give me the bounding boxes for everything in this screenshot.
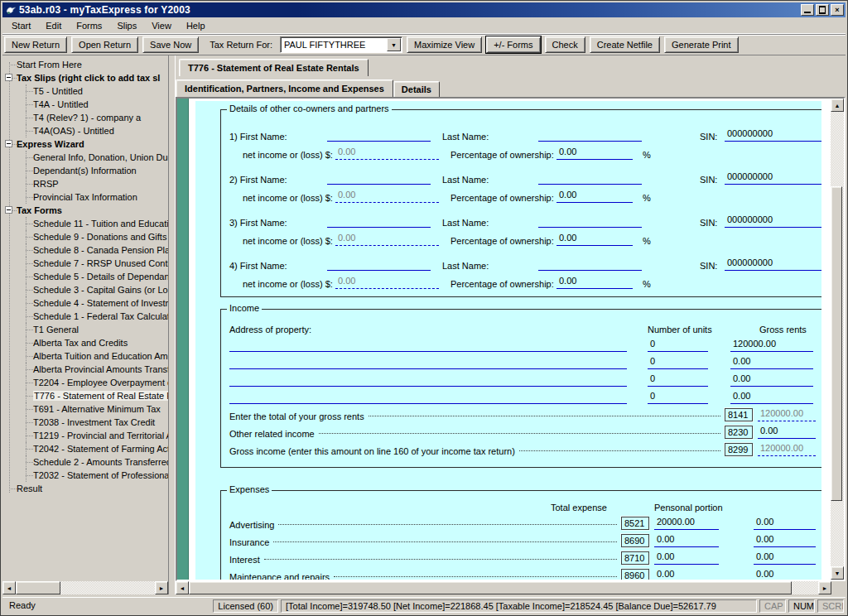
address-input-2[interactable] [229,356,627,369]
tree-item-schedule7[interactable]: Schedule 7 - RRSP Unused Contribu [2,257,168,270]
plus-minus-forms-button[interactable]: +/- Forms [486,36,540,53]
units-input-4[interactable]: 0 [648,391,708,404]
collapse-icon[interactable] [5,140,12,147]
tree-item-t691[interactable]: T691 - Alternative Minimum Tax [2,402,168,416]
tree-item-schedule11[interactable]: Schedule 11 - Tuition and Education [2,217,168,230]
maximize-view-button[interactable]: Maximize View [407,36,482,53]
coowner-2-first-name-input[interactable] [327,171,431,185]
coowner-4-sin-input[interactable]: 000000000 [725,257,822,271]
menu-help[interactable]: Help [179,19,213,32]
menu-forms[interactable]: Forms [69,19,109,32]
other-related-income-input[interactable]: 0.00 [758,426,816,439]
address-input-1[interactable] [229,339,627,352]
coowner-3-ownership-input[interactable]: 0.00 [556,233,633,246]
coowner-4-last-name-input[interactable] [538,257,642,271]
tree-item-schedule5[interactable]: Schedule 5 - Details of Dependant [2,270,168,283]
panel-splitter[interactable] [168,55,176,594]
scroll-left-icon[interactable]: ◄ [2,581,16,594]
tree-item-t4-relev[interactable]: T4 (Relev? 1) - company a [2,111,168,124]
units-input-2[interactable]: 0 [648,356,708,369]
coowner-2-ownership-input[interactable]: 0.00 [556,190,633,203]
interest-total-input[interactable]: 0.00 [654,551,719,565]
coowner-1-ownership-input[interactable]: 0.00 [556,147,633,160]
gross-rents-input-3[interactable]: 0.00 [730,373,813,387]
tree-item-t2032[interactable]: T2032 - Statement of Professional [2,469,168,482]
collapse-icon[interactable] [5,74,12,81]
coowner-3-last-name-input[interactable] [538,214,642,228]
tree-item-t1-general[interactable]: T1 General [2,323,168,336]
coowner-4-first-name-input[interactable] [327,257,431,271]
tree-item-t4a[interactable]: T4A - Untitled [2,98,168,111]
insurance-total-input[interactable]: 0.00 [654,534,719,547]
tree-scrollbar-thumb[interactable] [16,581,60,594]
tree-item-dependants[interactable]: Dependant(s) Information [2,164,168,177]
tree-item-t1219[interactable]: T1219 - Provincial and Territorial Al [2,429,168,442]
tree-item-t2042[interactable]: T2042 - Statement of Farming Activ [2,442,168,455]
tree-item-schedule3[interactable]: Schedule 3 - Capital Gains (or Losse [2,283,168,296]
tree-item-tax-slips[interactable]: Tax Slips (right click to add tax sl [2,71,168,84]
scroll-left-icon[interactable]: ◄ [176,581,189,594]
tree-item-tax-forms[interactable]: Tax Forms [2,204,168,217]
insurance-personal-input[interactable]: 0.00 [754,534,816,547]
tree-item-t5[interactable]: T5 - Untitled [2,84,168,98]
tree-item-alberta-tax[interactable]: Alberta Tax and Credits [2,336,168,349]
menu-start[interactable]: Start [4,19,38,32]
chevron-down-icon[interactable]: ▼ [387,38,401,51]
interest-personal-input[interactable]: 0.00 [754,551,816,565]
generate-print-button[interactable]: Generate Print [664,36,739,53]
gross-rents-input-1[interactable]: 120000.00 [730,339,813,352]
tree-item-rrsp[interactable]: RRSP [2,177,168,190]
address-input-3[interactable] [229,373,627,387]
tab-t776[interactable]: T776 - Statement of Real Estate Rentals [179,59,369,76]
tree-item-schedule9[interactable]: Schedule 9 - Donations and Gifts [2,230,168,243]
form-hscrollbar-thumb[interactable] [189,581,792,594]
tree-item-t776[interactable]: T776 - Statement of Real Estate Re [2,389,168,402]
coowner-1-first-name-input[interactable] [327,128,431,142]
tree-item-t2038[interactable]: T2038 - Investment Tax Credit [2,416,168,429]
menu-view[interactable]: View [144,19,179,32]
address-input-4[interactable] [229,391,627,404]
tree-item-provincial-tax[interactable]: Provincial Tax Information [2,190,168,204]
tree-scrollbar-track[interactable] [60,581,155,594]
menu-edit[interactable]: Edit [38,19,69,32]
open-return-button[interactable]: Open Return [71,36,138,53]
units-input-3[interactable]: 0 [648,373,708,387]
coowner-2-sin-input[interactable]: 000000000 [725,171,822,185]
minimize-button[interactable] [801,4,814,16]
scroll-right-icon[interactable]: ► [818,581,831,594]
tree-item-t2204[interactable]: T2204 - Employee Overpayment of [2,376,168,389]
tree-item-general-info[interactable]: General Info, Donation, Union Due [2,151,168,164]
save-now-button[interactable]: Save Now [142,36,199,53]
units-input-1[interactable]: 0 [648,339,708,352]
tree-item-alberta-provincial[interactable]: Alberta Provincial Amounts Transfe [2,363,168,376]
tree-item-schedule1[interactable]: Schedule 1 - Federal Tax Calculatio [2,310,168,323]
restore-button[interactable] [816,4,829,16]
create-netfile-button[interactable]: Create Netfile [590,36,660,53]
coowner-2-last-name-input[interactable] [538,171,642,185]
scroll-right-icon[interactable]: ► [155,581,168,594]
tree-item-schedule8[interactable]: Schedule 8 - Canada Pension Plan C [2,243,168,257]
tab-details[interactable]: Details [393,81,440,97]
tree-item-result[interactable]: Result [2,482,168,495]
scroll-down-icon[interactable]: ▼ [831,566,844,580]
tree-item-t4a-oas[interactable]: T4A(OAS) - Untitled [2,124,168,137]
taxpayer-select[interactable]: PAUL FIFTYTHREE ▼ [280,36,402,53]
close-button[interactable]: × [831,4,844,16]
coowner-3-first-name-input[interactable] [327,214,431,228]
advertising-total-input[interactable]: 20000.00 [654,517,719,530]
advertising-personal-input[interactable]: 0.00 [754,517,816,530]
coowner-1-sin-input[interactable]: 000000000 [725,128,822,142]
gross-rents-input-4[interactable]: 0.00 [730,391,813,404]
menu-slips[interactable]: Slips [109,19,144,32]
new-return-button[interactable]: New Return [4,36,67,53]
maintenance-personal-input[interactable]: 0.00 [754,569,816,580]
form-vscrollbar-thumb[interactable] [831,186,842,501]
check-button[interactable]: Check [545,36,585,53]
tree-item-express-wizard[interactable]: Express Wizard [2,137,168,151]
tree-item-schedule4[interactable]: Schedule 4 - Statement of Investme [2,296,168,310]
scroll-up-icon[interactable]: ▲ [831,99,844,112]
maintenance-total-input[interactable]: 0.00 [654,569,719,580]
tab-identification[interactable]: Identification, Partners, Income and Exp… [176,79,393,97]
gross-rents-input-2[interactable]: 0.00 [730,356,813,369]
coowner-4-ownership-input[interactable]: 0.00 [556,276,633,289]
